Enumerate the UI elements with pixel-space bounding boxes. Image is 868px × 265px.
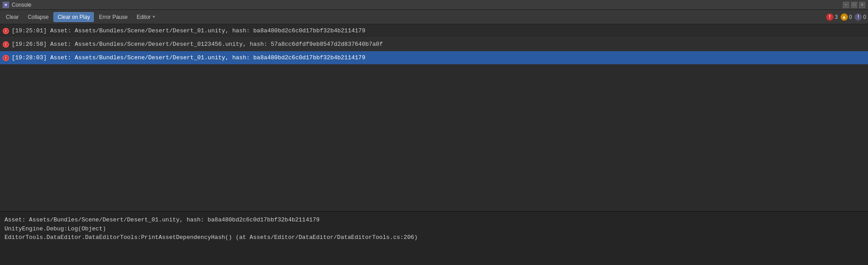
editor-button[interactable]: Editor ▼ — [132, 12, 159, 22]
clear-on-play-button[interactable]: Clear on Play — [53, 12, 94, 22]
clear-button[interactable]: Clear — [2, 12, 23, 22]
title-bar-right: ─ □ ✕ — [843, 2, 865, 8]
info-badge-icon: ! — [855, 13, 862, 21]
info-count: 0 — [863, 14, 866, 20]
log-message-1: [19:26:58] Asset: Assets/Bundles/Scene/D… — [12, 41, 383, 48]
title-bar-left: ▣ Console — [3, 2, 31, 8]
error-icon — [3, 41, 9, 48]
minimize-button[interactable]: ─ — [843, 2, 849, 8]
warning-count: 0 — [849, 14, 852, 20]
table-row[interactable]: [19:28:03] Asset: Assets/Bundles/Scene/D… — [0, 51, 868, 65]
window-title: Console — [12, 2, 31, 8]
log-area[interactable]: [19:25:01] Asset: Assets/Bundles/Scene/D… — [0, 24, 868, 211]
close-button[interactable]: ✕ — [859, 2, 865, 8]
editor-dropdown-arrow: ▼ — [152, 15, 156, 19]
toolbar-right: ! 3 ▲ 0 ! 0 — [826, 13, 866, 21]
maximize-button[interactable]: □ — [851, 2, 857, 8]
console-window: ▣ Console ─ □ ✕ Clear Collapse Clear on … — [0, 0, 868, 265]
info-badge[interactable]: ! 0 — [855, 13, 866, 21]
warning-badge[interactable]: ▲ 0 — [841, 13, 852, 21]
toolbar: Clear Collapse Clear on Play Error Pause… — [0, 10, 868, 24]
error-badge[interactable]: ! 3 — [826, 13, 838, 21]
console-icon: ▣ — [3, 2, 9, 8]
table-row[interactable]: [19:26:58] Asset: Assets/Bundles/Scene/D… — [0, 38, 868, 51]
detail-line-1: Asset: Assets/Bundles/Scene/Desert/Deser… — [4, 216, 864, 225]
detail-line-3: EditorTools.DataEditor.DataEditorTools:P… — [4, 233, 864, 242]
collapse-button[interactable]: Collapse — [24, 12, 53, 22]
detail-line-2: UnityEngine.Debug:Log(Object) — [4, 225, 864, 234]
error-count: 3 — [835, 14, 838, 20]
error-badge-icon: ! — [826, 13, 833, 21]
log-message-2: [19:28:03] Asset: Assets/Bundles/Scene/D… — [12, 54, 365, 61]
error-pause-button[interactable]: Error Pause — [95, 12, 132, 22]
error-icon — [3, 28, 9, 34]
warning-badge-icon: ▲ — [841, 13, 848, 21]
error-icon — [3, 55, 9, 61]
detail-area: Asset: Assets/Bundles/Scene/Desert/Deser… — [0, 211, 868, 265]
log-message-0: [19:25:01] Asset: Assets/Bundles/Scene/D… — [12, 27, 365, 34]
title-bar: ▣ Console ─ □ ✕ — [0, 0, 868, 10]
table-row[interactable]: [19:25:01] Asset: Assets/Bundles/Scene/D… — [0, 24, 868, 38]
